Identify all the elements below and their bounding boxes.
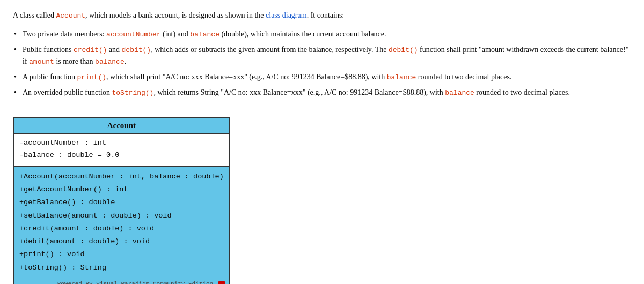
uml-method-1: +Account(accountNumber : int, balance : … [19, 170, 224, 183]
uml-fields-cell: -accountNumber : int -balance : double =… [13, 133, 230, 167]
debit-ref2: debit() [389, 46, 418, 54]
uml-table: Account -accountNumber : int -balance : … [13, 117, 230, 284]
bullet-4: An overrided public function toString(),… [13, 87, 631, 99]
uml-method-5: +credit(amount : double) : void [19, 222, 224, 235]
vp-logo-icon [218, 281, 225, 284]
account-number-ref: accountNumber [106, 31, 160, 39]
bullet-1: Two private data members: accountNumber … [13, 28, 631, 41]
bullet-2: Public functions credit() and debit(), w… [13, 44, 631, 69]
account-class-ref: Account [56, 12, 85, 20]
bullet-3: A public function print(), which shall p… [13, 71, 631, 84]
balance-ref: balance [190, 31, 219, 39]
credit-ref: credit() [74, 46, 107, 54]
uml-footer-cell: Powered By Visual Paradigm Community Edi… [13, 279, 230, 284]
print-ref: print() [77, 73, 107, 81]
uml-method-7: +print() : void [19, 248, 224, 261]
uml-diagram: Account -accountNumber : int -balance : … [13, 117, 230, 284]
intro-paragraph: A class called Account, which models a b… [13, 10, 631, 22]
balance-ref3: balance [387, 73, 416, 81]
uml-class-title: Account [13, 118, 230, 133]
uml-method-6: +debit(amount : double) : void [19, 235, 224, 248]
uml-field-1: -accountNumber : int [19, 137, 224, 150]
uml-methods-cell: +Account(accountNumber : int, balance : … [13, 167, 230, 279]
uml-fields-row: -accountNumber : int -balance : double =… [13, 133, 230, 167]
uml-method-2: +getAccountNumber() : int [19, 183, 224, 196]
uml-method-4: +setBalance(amount : double) : void [19, 210, 224, 222]
uml-footer-row: Powered By Visual Paradigm Community Edi… [13, 279, 230, 284]
uml-footer-text: Powered By Visual Paradigm Community Edi… [57, 281, 213, 284]
uml-methods-row: +Account(accountNumber : int, balance : … [13, 167, 230, 279]
class-diagram-link: class diagram [266, 11, 307, 19]
feature-list: Two private data members: accountNumber … [13, 28, 631, 99]
uml-method-3: +getBalance() : double [19, 196, 224, 209]
balance-ref2: balance [95, 58, 125, 66]
balance-ref4: balance [445, 89, 474, 97]
debit-ref: debit() [122, 46, 151, 54]
uml-method-8: +toString() : String [19, 261, 224, 274]
uml-field-2: -balance : double = 0.0 [19, 150, 224, 162]
uml-title-row: Account [13, 118, 230, 133]
amount-ref: amount [29, 58, 54, 66]
tostring-ref: toString() [112, 89, 153, 97]
